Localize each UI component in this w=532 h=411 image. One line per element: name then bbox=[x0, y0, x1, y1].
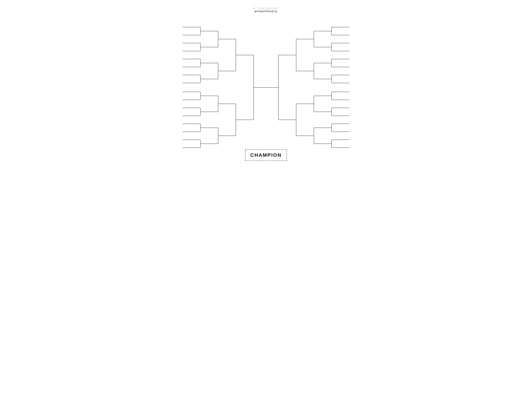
site-name: printerfriend.ly bbox=[177, 10, 355, 13]
champion-container: CHAMPION bbox=[177, 149, 355, 161]
champion-box: CHAMPION bbox=[245, 149, 287, 161]
page: 32 TEAM BRACKET printerfriend.ly bbox=[177, 4, 355, 161]
champion-label: CHAMPION bbox=[250, 152, 282, 158]
bracket-title: 32 TEAM BRACKET bbox=[177, 7, 355, 10]
bracket-svg bbox=[179, 18, 353, 157]
header: 32 TEAM BRACKET printerfriend.ly bbox=[177, 4, 355, 13]
